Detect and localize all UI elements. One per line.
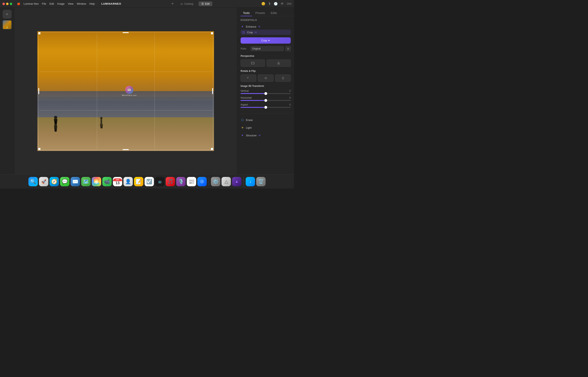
enhance-icon: ✦ <box>240 25 244 28</box>
view-icon[interactable]: 👁 <box>281 2 284 6</box>
vertical-slider-thumb[interactable] <box>264 92 267 95</box>
crop-handle-bottom-left[interactable] <box>38 148 40 150</box>
add-photo-button[interactable]: + <box>3 10 12 19</box>
tab-presets[interactable]: Presets <box>253 10 267 16</box>
dock-item-facetime[interactable]: 📹 <box>102 177 112 186</box>
dock-item-airdrop[interactable]: ↓ <box>246 177 255 186</box>
dock-item-appstore[interactable]: Ⓐ <box>197 177 207 186</box>
trash-icon: 🗑️ <box>256 177 265 186</box>
zoom-label[interactable]: 25% <box>287 2 292 5</box>
calendar-icon: SEP 13 <box>113 177 122 186</box>
dock-item-photos[interactable]: 🌅 <box>92 177 101 186</box>
menu-edit[interactable]: Edit <box>48 1 55 6</box>
maps-icon: 🗺️ <box>81 177 91 186</box>
dock-item-maps[interactable]: 🗺️ <box>81 177 91 186</box>
share-icon[interactable]: ⬆ <box>268 2 271 6</box>
crop-frame <box>38 32 213 150</box>
crop-handle-bottom[interactable] <box>123 149 129 150</box>
rotate-left-button[interactable] <box>240 74 256 82</box>
minimize-button[interactable] <box>6 3 9 5</box>
aspect-slider-label: Aspect <box>240 103 248 106</box>
enhance-label: Enhance <box>246 25 256 28</box>
ratio-grid-button[interactable]: ⊞ <box>286 46 291 51</box>
crop-ai-badge: AI <box>255 31 257 33</box>
horizontal-slider-thumb[interactable] <box>264 99 267 102</box>
history-icon[interactable]: 🕐 <box>274 2 278 6</box>
dock-item-luminar[interactable]: △ <box>222 177 231 186</box>
ratio-select[interactable]: Original Free 1:1 4:3 16:9 3:2 <box>250 46 284 51</box>
mail-icon: ✉️ <box>71 177 80 186</box>
add-button[interactable]: + <box>170 1 175 6</box>
dock-item-appletv[interactable]: 📺 <box>155 177 165 186</box>
dock-item-notes[interactable]: 📝 <box>134 177 143 186</box>
perspective-vertical-button[interactable] <box>267 59 291 67</box>
launchpad-icon: 🚀 <box>39 177 48 186</box>
crop-action-button[interactable]: Crop ✦ <box>240 37 291 44</box>
crop-handle-top-right[interactable] <box>211 32 213 34</box>
vertical-slider-track[interactable] <box>240 93 291 94</box>
menu-bar: 🍎 Luminar Neo File Edit Image View Windo… <box>15 1 96 6</box>
tool-crop[interactable]: ⊡ Crop AI <box>240 30 291 35</box>
maximize-button[interactable] <box>10 3 12 5</box>
perspective-auto-button[interactable] <box>240 59 265 67</box>
dock-item-luminarneo[interactable]: ▲ <box>232 177 241 186</box>
dock-item-contacts[interactable]: 👤 <box>123 177 133 186</box>
vertical-slider-fill <box>240 93 266 94</box>
luminar-icon: △ <box>222 177 231 186</box>
tab-tools[interactable]: Tools <box>240 10 252 16</box>
menu-view[interactable]: View <box>66 1 75 6</box>
dock-item-launchpad[interactable]: 🚀 <box>39 177 48 186</box>
edit-button[interactable]: ☰ Edit <box>199 1 212 6</box>
finder-icon: 🔍 <box>28 177 38 186</box>
horizontal-slider-track[interactable] <box>240 100 291 101</box>
crop-handle-left[interactable] <box>38 88 39 94</box>
close-button[interactable] <box>2 3 5 5</box>
dock-item-messages[interactable]: 💬 <box>60 177 70 186</box>
transform-section: Image 3D Transform Vertical 0 Horizo <box>240 85 291 108</box>
crop-label: Crop <box>247 31 253 34</box>
erase-icon: ⬡ <box>240 118 244 122</box>
tool-light[interactable]: ☀ Light <box>240 125 291 131</box>
emoji-icon[interactable]: 😊 <box>261 2 265 6</box>
crop-handle-bottom-right[interactable] <box>211 148 213 150</box>
dock-item-trash[interactable]: 🗑️ <box>256 177 265 186</box>
tab-edits[interactable]: Edits <box>268 10 279 16</box>
dock-item-music[interactable]: 🎵 <box>166 177 175 186</box>
horizontal-slider-label: Horizontal <box>240 96 252 99</box>
crop-handle-right[interactable] <box>212 88 213 94</box>
dock-item-reminders[interactable]: ☑️ <box>144 177 154 186</box>
structure-label: Structure <box>246 134 257 137</box>
menu-apple[interactable]: 🍎 <box>15 1 22 6</box>
dock-item-finder[interactable]: 🔍 <box>28 177 38 186</box>
aspect-slider-thumb[interactable] <box>264 106 267 109</box>
crop-handle-top-left[interactable] <box>38 32 40 34</box>
menu-window[interactable]: Window <box>75 1 88 6</box>
menu-image[interactable]: Image <box>56 1 66 6</box>
dock-item-safari[interactable]: 🧭 <box>49 177 59 186</box>
flip-horizontal-button[interactable] <box>258 74 274 82</box>
dock-item-mail[interactable]: ✉️ <box>71 177 80 186</box>
menu-file[interactable]: File <box>40 1 48 6</box>
aspect-slider-track[interactable] <box>240 107 291 108</box>
dock-item-settings[interactable]: ⚙️ <box>211 177 220 186</box>
lock-icon: 🔒 <box>6 26 8 29</box>
photo-container[interactable]: 🏔 MinorPatch.com <box>37 31 214 151</box>
tool-structure[interactable]: ✦ Structure AI <box>240 132 291 138</box>
dock-item-podcasts[interactable]: 🎙️ <box>176 177 186 186</box>
dock-item-news[interactable]: 📰 <box>187 177 196 186</box>
flip-vertical-button[interactable] <box>275 74 291 82</box>
dock-item-calendar[interactable]: SEP 13 <box>113 177 122 186</box>
horizontal-slider-row: Horizontal 0 <box>240 96 291 101</box>
horizontal-slider-fill <box>240 100 266 101</box>
crop-handle-top[interactable] <box>123 32 129 33</box>
catalog-button[interactable]: 🗂 Catalog <box>178 1 195 6</box>
menu-help[interactable]: Help <box>88 1 96 6</box>
photo-thumbnail[interactable]: 🔒 <box>3 20 12 29</box>
essentials-title: Essentials <box>240 19 291 22</box>
rotate-flip-title: Rotate & Flip <box>240 70 291 72</box>
crop-overlay[interactable] <box>37 31 214 151</box>
settings-icon: ⚙️ <box>211 177 220 186</box>
tool-enhance[interactable]: ✦ Enhance AI <box>240 24 291 30</box>
tool-erase[interactable]: ⬡ Erase <box>240 117 291 123</box>
menu-luminarneo[interactable]: Luminar Neo <box>22 1 40 6</box>
